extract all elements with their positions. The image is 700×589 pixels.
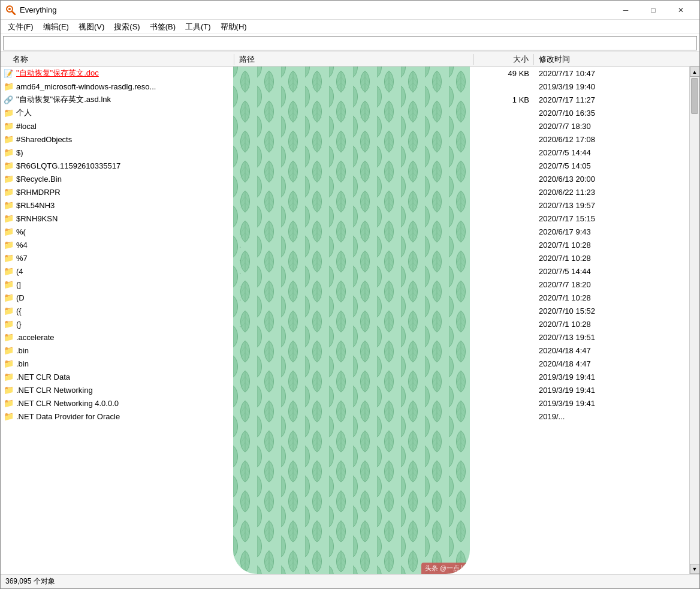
table-row[interactable]: 📁 %( . 2020/6/17 9:43 xyxy=(1,225,689,238)
table-row[interactable]: 📁 .NET CLR Networking 4.0.0.0 2019/3/19 … xyxy=(1,396,689,410)
file-name: .NET Data Provider for Oracle xyxy=(16,412,120,421)
search-input[interactable] xyxy=(3,36,697,50)
table-row[interactable]: 📁 (] . 2020/7/7 18:20 xyxy=(1,278,689,291)
file-name: $) xyxy=(16,148,23,157)
minimize-button[interactable]: ─ xyxy=(612,1,639,20)
folder-icon: 📁 xyxy=(3,319,14,329)
folder-icon: 📁 xyxy=(3,280,14,289)
table-row[interactable]: 📁 .NET CLR Networking 2019/3/19 19:41 xyxy=(1,383,689,396)
cell-name: 📁 .accelerate xyxy=(1,332,234,342)
table-row[interactable]: 📁 amd64_microsoft-windows-rasdlg.reso...… xyxy=(1,80,689,93)
restore-button[interactable]: □ xyxy=(639,1,667,20)
table-row[interactable]: 🔗 "自动恢复"保存英文.asd.lnk 1 KB 2020/7/17 11:2… xyxy=(1,93,689,106)
menu-view[interactable]: 视图(V) xyxy=(74,20,109,34)
scroll-track[interactable] xyxy=(690,77,699,564)
table-row[interactable]: 📁 ({ 2020/7/10 15:52 xyxy=(1,304,689,317)
cell-name: 📁 (D xyxy=(1,293,234,302)
app-icon xyxy=(5,5,16,16)
table-row[interactable]: 📁 个人 2020/7/10 16:35 xyxy=(1,106,689,119)
cell-path: . xyxy=(234,293,474,302)
file-name: $RL54NH3 xyxy=(16,201,55,210)
cell-name: 📁 .NET CLR Networking xyxy=(1,385,234,395)
folder-icon: 📁 xyxy=(3,306,14,315)
table-row[interactable]: 📁 (} . 2020/7/1 10:28 xyxy=(1,317,689,330)
menu-tools[interactable]: 工具(T) xyxy=(180,20,216,34)
cell-name: 📁 #SharedObjects xyxy=(1,134,234,144)
file-name: $RNH9KSN xyxy=(16,214,58,223)
title-bar: Everything ─ □ ✕ xyxy=(1,1,699,20)
scroll-up-button[interactable]: ▲ xyxy=(690,67,700,77)
table-row[interactable]: 📁 %7 . 2020/7/1 10:28 xyxy=(1,251,689,265)
cell-name: 📁 $RNH9KSN xyxy=(1,214,234,223)
menu-edit[interactable]: 编辑(E) xyxy=(38,20,74,34)
cell-path: . xyxy=(234,267,474,276)
column-header: 名称 路径 大小 修改时间 xyxy=(1,52,699,67)
table-row[interactable]: 📁 $RL54NH3 2020/7/13 19:57 xyxy=(1,199,689,212)
col-header-modified[interactable]: 修改时间 xyxy=(534,54,699,65)
menu-help[interactable]: 帮助(H) xyxy=(216,20,252,34)
table-row[interactable]: 📁 $RNH9KSN 2020/7/17 15:15 xyxy=(1,212,689,225)
table-row[interactable]: 📁 %4 . 2020/7/1 10:28 xyxy=(1,238,689,251)
table-row[interactable]: 📁 $Recycle.Bin 2020/6/13 20:00 xyxy=(1,172,689,185)
cell-path: . xyxy=(234,241,474,250)
table-row[interactable]: 📁 #local 2020/7/7 18:30 xyxy=(1,119,689,133)
scroll-thumb[interactable] xyxy=(691,78,698,114)
table-row[interactable]: 📁 .bin 2020/4/18 4:47 xyxy=(1,357,689,370)
cell-size: 1 KB xyxy=(474,95,534,104)
table-row[interactable]: 📁 $R6GLQTG.11592610335517 2020/7/5 14:05 xyxy=(1,159,689,172)
cell-modified: 2020/7/7 18:20 xyxy=(534,280,689,289)
file-name: %7 xyxy=(16,254,28,263)
cell-modified: 2020/7/1 10:28 xyxy=(534,293,689,302)
cell-modified: 2020/7/10 15:52 xyxy=(534,306,689,315)
file-name: $RHMDRPR xyxy=(16,188,61,197)
folder-icon: 📁 xyxy=(3,82,14,91)
file-name: (} xyxy=(16,320,22,329)
folder-icon: 📁 xyxy=(3,121,14,131)
close-button[interactable]: ✕ xyxy=(667,1,695,20)
cell-modified: 2020/6/12 17:08 xyxy=(534,135,689,144)
cell-modified: 2020/7/1 10:28 xyxy=(534,241,689,250)
table-row[interactable]: 📁 .accelerate 2020/7/13 19:51 xyxy=(1,330,689,344)
cell-name: 📁 个人 xyxy=(1,107,234,118)
col-header-size[interactable]: 大小 xyxy=(474,54,534,65)
table-row[interactable]: 📝 "自动恢复"保存英文.doc 49 KB 2020/7/17 10:47 xyxy=(1,67,689,80)
col-header-path[interactable]: 路径 xyxy=(234,54,474,65)
scrollbar[interactable]: ▲ ▼ xyxy=(689,67,699,574)
file-name: .bin xyxy=(16,359,29,368)
table-row[interactable]: 📁 (4 . 2020/7/5 14:44 xyxy=(1,265,689,278)
cell-modified: 2020/4/18 4:47 xyxy=(534,359,689,368)
table-row[interactable]: 📁 .bin 2020/4/18 4:47 xyxy=(1,344,689,357)
cell-name: 📁 $R6GLQTG.11592610335517 xyxy=(1,161,234,170)
table-row[interactable]: 📁 $) 2020/7/5 14:44 xyxy=(1,146,689,159)
table-row[interactable]: 📁 .NET CLR Data 2019/3/19 19:41 xyxy=(1,370,689,383)
file-list-container: 📝 "自动恢复"保存英文.doc 49 KB 2020/7/17 10:47 📁… xyxy=(1,67,699,574)
folder-icon: 📁 xyxy=(3,200,14,210)
cell-name: 🔗 "自动恢复"保存英文.asd.lnk xyxy=(1,94,234,105)
menu-file[interactable]: 文件(F) xyxy=(3,20,38,34)
folder-icon: 📁 xyxy=(3,372,14,381)
cell-name: 📁 $) xyxy=(1,148,234,157)
file-list: 📝 "自动恢复"保存英文.doc 49 KB 2020/7/17 10:47 📁… xyxy=(1,67,689,574)
scroll-down-button[interactable]: ▼ xyxy=(690,564,700,574)
file-name: .bin xyxy=(16,346,29,355)
table-row[interactable]: 📁 #SharedObjects 2020/6/12 17:08 xyxy=(1,133,689,146)
col-header-name[interactable]: 名称 xyxy=(1,54,234,65)
table-row[interactable]: 📁 .NET Data Provider for Oracle 2019/... xyxy=(1,410,689,423)
file-name: #local xyxy=(16,122,37,131)
table-row[interactable]: 📁 $RHMDRPR 2020/6/22 11:23 xyxy=(1,185,689,199)
cell-name: 📁 amd64_microsoft-windows-rasdlg.reso... xyxy=(1,82,234,91)
status-count: 369,095 个对象 xyxy=(5,576,55,587)
cell-name: 📁 #local xyxy=(1,121,234,131)
cell-name: 📁 ({ xyxy=(1,306,234,315)
cell-name: 📁 .NET Data Provider for Oracle xyxy=(1,411,234,421)
svg-line-1 xyxy=(12,11,15,14)
file-name: .NET CLR Networking xyxy=(16,386,93,395)
table-row[interactable]: 📁 (D . 2020/7/1 10:28 xyxy=(1,291,689,304)
menu-bookmark[interactable]: 书签(B) xyxy=(145,20,180,34)
menu-search[interactable]: 搜索(S) xyxy=(109,20,144,34)
file-name: $Recycle.Bin xyxy=(16,175,62,184)
folder-icon: 📁 xyxy=(3,134,14,144)
cell-name: 📁 .NET CLR Networking 4.0.0.0 xyxy=(1,398,234,408)
cell-modified: 2020/7/5 14:44 xyxy=(534,267,689,276)
status-bar: 369,095 个对象 xyxy=(1,574,699,588)
